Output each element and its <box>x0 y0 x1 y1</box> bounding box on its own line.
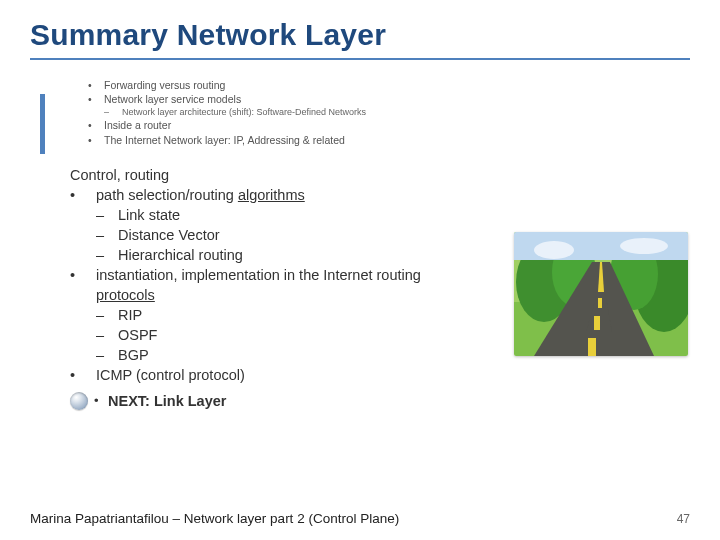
bullet-icon: • <box>70 265 96 305</box>
bullet-icon: • <box>88 92 104 106</box>
next-row: • NEXT: Link Layer <box>70 391 690 411</box>
list-subitem: –Link state <box>96 205 690 225</box>
dash-icon: – <box>96 305 118 325</box>
bullet-icon: • <box>88 118 104 132</box>
bullet-icon: • <box>88 78 104 92</box>
svg-rect-10 <box>594 316 600 330</box>
list-item: • Inside a router <box>88 118 690 132</box>
road-illustration-icon <box>514 232 688 356</box>
list-text: ICMP (control protocol) <box>96 365 245 385</box>
list-item: • The Internet Network layer: IP, Addres… <box>88 133 690 147</box>
text-underline: protocols <box>96 287 155 303</box>
road-image <box>514 232 688 356</box>
text-part: path selection/routing <box>96 187 238 203</box>
footer-author: Marina Papatriantafilou – Network layer … <box>30 511 399 526</box>
dash-icon: – <box>96 325 118 345</box>
summary-small-list: • Forwarding versus routing • Network la… <box>88 78 690 147</box>
accent-bar <box>40 94 45 154</box>
text-part: instantiation, implementation in the Int… <box>96 267 421 283</box>
title-rule <box>30 58 690 60</box>
list-text: BGP <box>118 345 149 365</box>
dash-icon: – <box>104 106 122 118</box>
list-text: instantiation, implementation in the Int… <box>96 265 421 305</box>
list-item: • ICMP (control protocol) <box>70 365 690 385</box>
list-text: Link state <box>118 205 180 225</box>
list-text: The Internet Network layer: IP, Addressi… <box>104 133 345 147</box>
list-text: Forwarding versus routing <box>104 78 225 92</box>
list-text: RIP <box>118 305 142 325</box>
list-item: • Forwarding versus routing <box>88 78 690 92</box>
svg-rect-9 <box>598 298 602 308</box>
list-text: Inside a router <box>104 118 171 132</box>
bullet-icon: • <box>70 185 96 205</box>
list-text: Distance Vector <box>118 225 220 245</box>
list-item: • Network layer service models <box>88 92 690 106</box>
list-text: Hierarchical routing <box>118 245 243 265</box>
list-item: • path selection/routing algorithms <box>70 185 690 205</box>
bullet-icon: • <box>94 392 108 410</box>
dash-icon: – <box>96 225 118 245</box>
page-number: 47 <box>677 512 690 526</box>
list-subitem: – Network layer architecture (shift): So… <box>104 106 690 118</box>
dash-icon: – <box>96 245 118 265</box>
slide-title: Summary Network Layer <box>30 18 690 52</box>
bullet-icon: • <box>88 133 104 147</box>
list-text: OSPF <box>118 325 157 345</box>
svg-point-8 <box>620 238 668 254</box>
footer: Marina Papatriantafilou – Network layer … <box>30 511 690 526</box>
slide: Summary Network Layer • Forwarding versu… <box>0 0 720 540</box>
section-heading: Control, routing <box>70 165 690 185</box>
next-text: NEXT: Link Layer <box>108 391 226 411</box>
list-text: path selection/routing algorithms <box>96 185 305 205</box>
list-text: Network layer architecture (shift): Soft… <box>122 106 366 118</box>
svg-rect-11 <box>588 338 596 356</box>
dash-icon: – <box>96 205 118 225</box>
sphere-icon <box>70 392 88 410</box>
svg-point-7 <box>534 241 574 259</box>
dash-icon: – <box>96 345 118 365</box>
bullet-icon: • <box>70 365 96 385</box>
list-text: Network layer service models <box>104 92 241 106</box>
text-underline: algorithms <box>238 187 305 203</box>
